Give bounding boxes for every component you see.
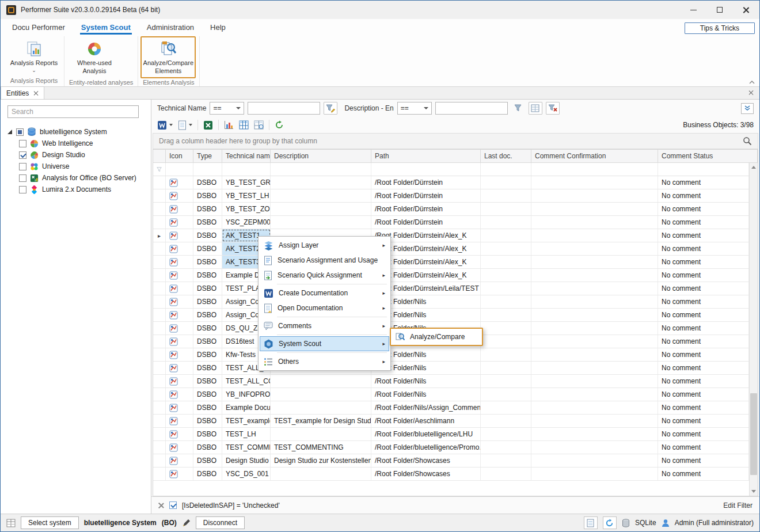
scroll-down-button[interactable]: [750, 487, 758, 496]
remove-filter-icon[interactable]: [158, 503, 164, 508]
table-row-0[interactable]: DSBO YB_TEST_GRAPH /Root Folder/Dürrstei…: [153, 176, 749, 189]
table-row-15[interactable]: DSBO TEST_ALL_CO... /Root Folder/Nils No…: [153, 375, 749, 388]
technical-name-cell[interactable]: YB_TEST_GRAPH: [222, 176, 271, 189]
menu-item-assign-layer[interactable]: Assign Layer ▸: [260, 238, 389, 253]
create-documentation-toolbar-button[interactable]: [157, 120, 173, 130]
table-row-18[interactable]: DSBO TEST_example TEST_example for Desig…: [153, 415, 749, 428]
table-row-6[interactable]: DSBO AK_TEST3 /Root Folder/Dürrstein/Ale…: [153, 256, 749, 269]
scrollbar-thumb[interactable]: [750, 393, 757, 475]
technical-name-cell[interactable]: TEST_ALL_CO...: [222, 375, 271, 387]
maximize-button[interactable]: [706, 1, 733, 19]
pivot-view-button[interactable]: [239, 120, 249, 130]
search-icon[interactable]: [743, 136, 752, 146]
auto-filter-cell[interactable]: [271, 163, 371, 176]
technical-name-cell[interactable]: YB_TEST_ZOHO: [222, 203, 271, 215]
web-intelligence-checkbox[interactable]: [19, 140, 26, 147]
expander-icon[interactable]: [7, 130, 13, 135]
auto-filter-cell[interactable]: [371, 163, 481, 176]
scroll-up-button[interactable]: [750, 163, 758, 172]
tab-entities[interactable]: Entities: [1, 86, 44, 99]
description-filter-input[interactable]: [435, 102, 508, 115]
technical-name-filter-input[interactable]: [248, 102, 320, 115]
menu-item-others[interactable]: Others ▸: [260, 354, 389, 369]
analyze-compare-elements-button[interactable]: Analyze/Compare Elements: [140, 36, 196, 78]
analysis-reports-button[interactable]: Analysis Reports ⌄: [6, 36, 62, 74]
grid-auto-filter-row[interactable]: [153, 163, 749, 176]
ribbon-collapse-button[interactable]: [749, 81, 755, 84]
technical-name-cell[interactable]: Example Docu...: [222, 401, 271, 414]
auto-filter-cell[interactable]: [166, 163, 193, 176]
minimize-button[interactable]: [680, 1, 706, 19]
tips-and-tricks-button[interactable]: Tips & Tricks: [685, 22, 755, 34]
lumira-checkbox[interactable]: [19, 186, 26, 193]
table-row-4[interactable]: ▸ DSBO AK_TEST1 /Root: [153, 229, 749, 242]
table-row-19[interactable]: DSBO TEST_LH /Root Folder/bluetelligence…: [153, 428, 749, 441]
table-row-3[interactable]: DSBO YSC_ZEPM001 /Root Folder/Dürrstein …: [153, 216, 749, 229]
technical-name-operator-select[interactable]: ==: [210, 102, 244, 115]
technical-name-cell[interactable]: TEST_example: [222, 415, 271, 427]
auto-filter-cell[interactable]: [658, 163, 749, 176]
technical-name-cell[interactable]: TEST_COMME...: [222, 441, 271, 454]
auto-filter-cell[interactable]: [193, 163, 222, 176]
description-operator-select[interactable]: ==: [397, 102, 432, 115]
menu-item-analyze-compare[interactable]: Analyze/Compare: [392, 330, 481, 344]
search-input[interactable]: [7, 105, 139, 118]
table-row-21[interactable]: DSBO Design Studio z... Design Studio zu…: [153, 454, 749, 468]
table-row-22[interactable]: DSBO YSC_DS_001 /Root Folder/Showcases N…: [153, 468, 749, 481]
system-root-checkbox[interactable]: [16, 128, 24, 136]
table-row-2[interactable]: DSBO YB_TEST_ZOHO /Root Folder/Dürrstein…: [153, 203, 749, 216]
table-row-14[interactable]: DSBO TEST_ALL_CO... /Root Folder/Nils No…: [153, 362, 749, 375]
tree-item-web-intelligence[interactable]: Web Intelligence: [7, 138, 145, 149]
technical-name-cell[interactable]: YB_INFOPROV...: [222, 388, 271, 401]
column-header-2[interactable]: Technical name: [222, 150, 271, 163]
column-header-6[interactable]: Comment Confirmation: [531, 150, 658, 163]
menu-item-comments[interactable]: Comments ▸: [260, 318, 389, 333]
technical-name-cell[interactable]: YB_TEST_LH: [222, 189, 271, 202]
ribbon-tab-0[interactable]: Docu Performer: [4, 20, 73, 35]
tree-item-analysis-for-office[interactable]: Analysis for Office (BO Server): [7, 172, 145, 184]
select-system-button[interactable]: Select system: [21, 516, 79, 529]
sync-button[interactable]: [603, 516, 617, 529]
disconnect-button[interactable]: Disconnect: [196, 516, 245, 529]
analysis-for-office-checkbox[interactable]: [19, 174, 26, 182]
where-used-analysis-button[interactable]: Where-used Analysis: [67, 36, 122, 78]
menu-item-system-scout[interactable]: System Scout ▸: [260, 336, 389, 351]
table-row-10[interactable]: DSBO Assign_Comm... /Root Folder/Nils No…: [153, 309, 749, 322]
filter-enabled-checkbox[interactable]: [169, 501, 177, 509]
table-row-8[interactable]: DSBO TEST_PLANN... /Root Folder/Dürrstei…: [153, 282, 749, 295]
technical-name-cell[interactable]: YSC_DS_001: [222, 468, 271, 480]
tree-item-universe[interactable]: Universe: [7, 161, 145, 172]
technical-name-cell[interactable]: TEST_LH: [222, 428, 271, 440]
column-header-5[interactable]: Last doc.: [481, 150, 531, 163]
tabstrip-close-icon[interactable]: [748, 90, 754, 95]
menu-item-scenario-assignment[interactable]: Scenario Assignment and Usage: [260, 253, 389, 268]
table-row-17[interactable]: DSBO Example Docu... /Root Folder/Nils/A…: [153, 401, 749, 415]
design-studio-checkbox[interactable]: [19, 151, 26, 159]
clear-filter-button[interactable]: [546, 102, 560, 115]
apply-filter-icon-button[interactable]: [511, 102, 525, 115]
column-header-0[interactable]: Icon: [166, 150, 193, 163]
ribbon-tab-2[interactable]: Administration: [139, 20, 202, 35]
filter-grid-icon-button[interactable]: [529, 102, 542, 115]
filter-expression[interactable]: [IsDeletedInSAP] = 'Unchecked': [182, 501, 280, 510]
table-row-7[interactable]: DSBO Example Doc... /Root Folder/Dürrste…: [153, 269, 749, 282]
refresh-button[interactable]: [275, 120, 284, 130]
grid-view-button[interactable]: [254, 120, 264, 130]
auto-filter-cell[interactable]: [481, 163, 531, 176]
column-header-7[interactable]: Comment Status: [658, 150, 758, 163]
menu-item-create-documentation[interactable]: Create Documentation ▸: [260, 286, 389, 301]
menu-item-open-documentation[interactable]: Open Documentation ▸: [260, 301, 389, 316]
edit-filter-link[interactable]: Edit Filter: [723, 501, 753, 510]
ribbon-tab-3[interactable]: Help: [202, 20, 234, 35]
tree-item-design-studio[interactable]: Design Studio: [7, 149, 145, 161]
universe-checkbox[interactable]: [19, 163, 26, 170]
export-excel-button[interactable]: [203, 120, 213, 130]
auto-filter-cell[interactable]: [222, 163, 271, 176]
auto-filter-cell[interactable]: [531, 163, 658, 176]
technical-name-cell[interactable]: Design Studio z...: [222, 454, 271, 467]
table-row-20[interactable]: DSBO TEST_COMME... TEST_COMMENTING /Root…: [153, 441, 749, 454]
table-row-1[interactable]: DSBO YB_TEST_LH /Root Folder/Dürrstein N…: [153, 189, 749, 203]
technical-name-cell[interactable]: YSC_ZEPM001: [222, 216, 271, 229]
edit-filter-icon-button[interactable]: [324, 102, 337, 115]
log-view-button[interactable]: [584, 516, 598, 529]
